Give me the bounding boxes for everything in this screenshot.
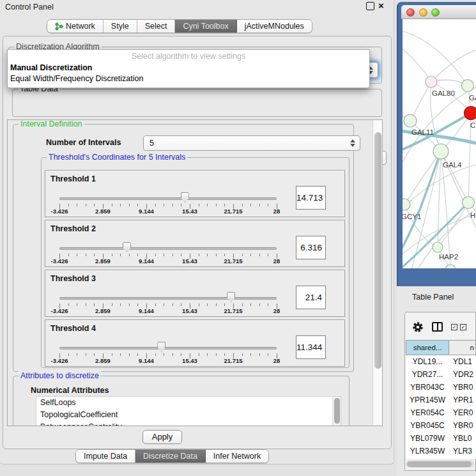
number-of-intervals-combobox[interactable]: 5 — [143, 135, 360, 151]
apply-button[interactable]: Apply — [142, 430, 182, 444]
tick-label: 21.715 — [224, 357, 242, 364]
bottom-tab-bar: Impute DataDiscretize DataInfer Network — [75, 449, 269, 463]
slider-handle[interactable] — [123, 242, 131, 252]
tab-impute-data[interactable]: Impute Data — [76, 450, 135, 463]
tab-select[interactable]: Select — [137, 20, 176, 33]
tick-mark — [242, 254, 243, 256]
tick-label: 28 — [273, 357, 280, 364]
checkbox-icon[interactable]: ✓ — [451, 324, 457, 330]
tick-mark — [137, 204, 138, 206]
zoom-traffic-light-icon[interactable] — [431, 8, 440, 17]
close-icon[interactable]: × — [378, 0, 384, 11]
cell-name: YIL0 — [449, 457, 476, 459]
cell-shared-name: YBL079W — [406, 432, 449, 445]
table-row[interactable]: YDR27...YDR2 — [406, 368, 476, 381]
threshold-panel: Threshold 2-3.4262.8599.14415.4321.71528… — [45, 220, 345, 267]
settings-scrollbar[interactable] — [372, 120, 382, 426]
threshold-label: Threshold 1 — [50, 174, 96, 183]
threshold-value-field[interactable]: 21.4 — [296, 286, 326, 309]
table-row[interactable]: YPR145WYPR1 — [406, 394, 476, 406]
tick-mark — [181, 204, 181, 206]
gear-icon[interactable] — [412, 321, 424, 335]
tab-jactivemnodules[interactable]: jActiveMNodules — [237, 20, 312, 33]
tick-mark — [199, 204, 199, 206]
table-row[interactable]: YBR045CYBR0 — [406, 419, 476, 432]
cyni-toolbox-panel: Discretization Algorithm Select algorith… — [3, 36, 392, 449]
threshold-value-field[interactable]: 14.713 — [296, 186, 326, 210]
checkbox-icon[interactable]: ✓ — [460, 324, 466, 330]
tick-mark — [259, 303, 260, 306]
tick-mark — [120, 353, 121, 356]
tick-label: 9.144 — [139, 208, 154, 215]
slider-track[interactable] — [59, 347, 277, 349]
tick-mark — [77, 353, 77, 356]
cell-name: YBR0 — [449, 381, 476, 394]
cell-shared-name: YLR345W — [406, 445, 449, 457]
tab-style[interactable]: Style — [104, 20, 137, 33]
tick-mark — [120, 303, 121, 306]
table-horizontal-scrollbar[interactable] — [406, 460, 475, 468]
control-panel-titlebar[interactable]: Control Panel × — [0, 0, 394, 14]
network-canvas[interactable]: GAL80GACGAL11GAL4GCY1HHAP2 — [403, 19, 476, 268]
network-node-green[interactable] — [433, 242, 443, 252]
slider-handle[interactable] — [181, 192, 189, 203]
numerical-attributes-list[interactable]: SelfLoopsTopologicalCoefficientBetweenne… — [36, 396, 341, 426]
network-node-green[interactable] — [403, 199, 410, 210]
slider-handle[interactable] — [157, 342, 165, 352]
tab-network[interactable]: Network — [47, 20, 104, 33]
tick-label: 15.43 — [182, 257, 197, 265]
column-header-name[interactable]: n — [449, 340, 476, 355]
tick-label: 2.859 — [95, 257, 111, 265]
network-node-green[interactable] — [445, 265, 456, 268]
network-node-green[interactable] — [404, 114, 417, 127]
settings-scroll-area: Interval Definition Number of Intervals … — [7, 119, 383, 426]
tick-label: 21.715 — [224, 208, 242, 215]
list-scrollbar[interactable] — [332, 397, 341, 426]
minimize-traffic-light-icon[interactable] — [419, 8, 427, 17]
tick-mark — [199, 353, 199, 356]
network-window-titlebar[interactable] — [401, 5, 476, 19]
tab-cyni-toolbox[interactable]: Cyni Toolbox — [175, 20, 236, 33]
table-row[interactable]: YDL19...YDL1 — [406, 355, 476, 368]
algorithm-option[interactable]: Equal Width/Frequency Discretization — [10, 74, 143, 83]
algorithm-option[interactable]: Manual Discretization — [10, 63, 93, 72]
tab-label: Discretize Data — [143, 452, 197, 461]
network-node-green[interactable] — [462, 80, 474, 92]
table-row[interactable]: YLR345WYLR3 — [406, 445, 476, 457]
threshold-value-field[interactable]: 11.344 — [296, 335, 326, 359]
control-panel-window: Control Panel × NetworkStyleSelectCyni T… — [0, 0, 394, 464]
network-node-pink[interactable] — [426, 76, 437, 88]
table-row[interactable]: YIL052CYIL0 — [406, 457, 476, 459]
slider-track[interactable] — [59, 247, 277, 250]
table-header-row[interactable]: shared... n — [406, 340, 476, 355]
network-node-red[interactable] — [464, 107, 476, 120]
attribute-list-item[interactable]: BetweennessCentrality — [36, 421, 341, 426]
slider-handle[interactable] — [227, 292, 235, 302]
tick-label: 2.859 — [95, 208, 111, 215]
network-node-green[interactable] — [463, 197, 475, 209]
close-traffic-light-icon[interactable] — [406, 8, 415, 17]
table-row[interactable]: YBL079WYBL0 — [406, 432, 476, 445]
tick-label: -3.426 — [51, 208, 68, 215]
float-window-icon[interactable] — [366, 2, 374, 10]
threshold-label: Threshold 2 — [50, 224, 96, 233]
tab-discretize-data[interactable]: Discretize Data — [135, 450, 206, 463]
table-row[interactable]: YER054CYER0 — [406, 406, 476, 419]
attribute-list-item[interactable]: SelfLoops — [36, 397, 341, 409]
attribute-list-item[interactable]: TopologicalCoefficient — [36, 409, 341, 421]
slider-track[interactable] — [59, 197, 277, 200]
algorithm-dropdown-popup: Select algorithm to view settings Manual… — [7, 49, 370, 88]
tick-mark — [77, 254, 77, 256]
slider-track[interactable] — [59, 297, 277, 300]
table-row[interactable]: YBR043CYBR0 — [406, 381, 476, 394]
network-node-green[interactable] — [433, 144, 449, 159]
tick-mark — [86, 204, 86, 206]
columns-icon[interactable] — [432, 322, 443, 332]
tab-infer-network[interactable]: Infer Network — [206, 450, 268, 463]
combo-stepper-icon — [350, 139, 355, 147]
threshold-value-field[interactable]: 6.316 — [296, 236, 326, 259]
column-header-shared[interactable]: shared... — [406, 340, 449, 355]
cell-shared-name: YIL052C — [406, 457, 449, 459]
tick-mark — [259, 254, 260, 256]
tick-mark — [94, 254, 95, 256]
